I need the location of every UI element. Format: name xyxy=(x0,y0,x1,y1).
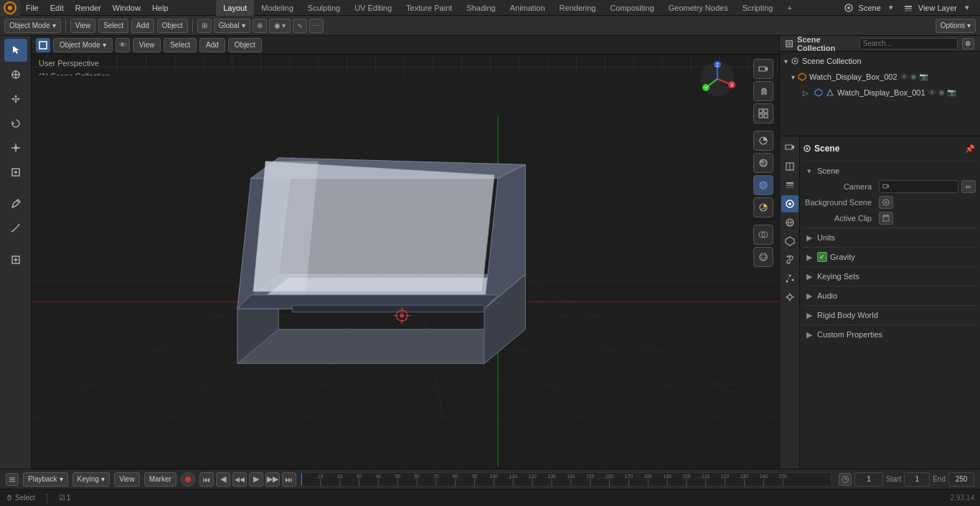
menu-window[interactable]: Window xyxy=(107,0,146,16)
viewport-canvas[interactable]: User Perspective (1) Scene Collection xyxy=(32,36,779,469)
gravity-checkbox[interactable]: ✓ xyxy=(817,252,827,262)
gravity-toggle[interactable]: ▶ xyxy=(804,252,814,262)
prop-modifier-btn[interactable] xyxy=(781,251,798,268)
prop-particles-btn[interactable] xyxy=(781,270,798,287)
viewport[interactable]: Object Mode▾ 👁 View Select Add Object Us… xyxy=(32,36,779,469)
audio-toggle[interactable]: ▶ xyxy=(804,291,814,301)
viewport-shading-btn1[interactable] xyxy=(753,131,773,151)
box001-eye[interactable]: 👁 xyxy=(928,88,936,97)
transform-pivot-btn[interactable]: ⊞ xyxy=(197,19,212,33)
prop-scene-btn[interactable] xyxy=(781,195,798,212)
graph-btn[interactable]: ⋯ xyxy=(309,19,324,33)
tab-modeling[interactable]: Modeling xyxy=(254,0,301,16)
object-menu-btn[interactable]: Object xyxy=(228,38,262,52)
outliner-item-box002[interactable]: ▾ Watch_Display_Box_002 👁 ◉ 📷 xyxy=(780,69,980,85)
prop-physics-btn[interactable] xyxy=(781,289,798,306)
outliner-filter-btn[interactable]: ⚙ xyxy=(962,38,974,50)
select-btn[interactable]: Select xyxy=(98,19,128,33)
skip-to-start-btn[interactable]: ⏮ xyxy=(199,472,214,487)
tab-shading[interactable]: Shading xyxy=(459,0,502,16)
outliner-search[interactable] xyxy=(859,38,958,50)
annotate-tool-btn[interactable] xyxy=(4,192,27,215)
current-frame-input[interactable] xyxy=(854,472,883,487)
viewport-view-icon[interactable]: 👁 xyxy=(116,38,130,52)
keying-sets-toggle[interactable]: ▶ xyxy=(804,271,814,281)
gizmo[interactable]: X Y Z xyxy=(696,57,739,100)
keying-btn[interactable]: Keying▾ xyxy=(72,472,110,487)
transform-btn[interactable]: Global ▾ xyxy=(214,19,250,33)
rigid-body-section[interactable]: ▶ Rigid Body World xyxy=(803,307,977,323)
options-btn[interactable]: Options ▾ xyxy=(936,19,976,33)
menu-file[interactable]: File xyxy=(20,0,44,16)
viewlayer-settings-icon[interactable]: ▾ xyxy=(960,1,974,15)
units-section[interactable]: ▶ Units xyxy=(803,230,977,245)
prop-output-btn[interactable] xyxy=(781,158,798,175)
camera-field[interactable] xyxy=(879,180,958,193)
start-frame-input[interactable] xyxy=(904,472,930,487)
add-menu-btn[interactable]: Add xyxy=(199,38,225,52)
tab-layout[interactable]: Layout xyxy=(216,0,254,16)
viewport-hand-btn[interactable] xyxy=(753,81,773,101)
tab-uv-editing[interactable]: UV Editing xyxy=(347,0,399,16)
props-pin-btn[interactable]: 📌 xyxy=(963,143,977,154)
tab-add[interactable]: + xyxy=(780,0,798,16)
tab-geometry-nodes[interactable]: Geometry Nodes xyxy=(661,0,735,16)
viewport-shading-btn4[interactable] xyxy=(753,197,773,217)
background-scene-btn[interactable] xyxy=(879,196,893,209)
select-menu-btn[interactable]: Select xyxy=(164,38,197,52)
timeline-menu-btn[interactable] xyxy=(6,473,19,486)
scale-tool-btn[interactable] xyxy=(4,136,27,159)
menu-render[interactable]: Render xyxy=(70,0,107,16)
tab-compositing[interactable]: Compositing xyxy=(603,0,661,16)
menu-edit[interactable]: Edit xyxy=(44,0,70,16)
tab-sculpting[interactable]: Sculpting xyxy=(301,0,347,16)
outliner-item-scene-collection[interactable]: ▾ Scene Collection xyxy=(780,53,980,69)
proportional-btn[interactable]: ◉▾ xyxy=(269,19,291,33)
mode-select-btn[interactable]: Object Mode ▾ xyxy=(4,19,61,33)
marker-btn[interactable]: Marker xyxy=(144,472,176,487)
outliner-item-box001[interactable]: ▷ Watch_Display_Box_001 👁 ◉ 📷 xyxy=(780,85,980,100)
prop-world-btn[interactable] xyxy=(781,214,798,231)
custom-props-section[interactable]: ▶ Custom Properties xyxy=(803,327,977,342)
box002-eye[interactable]: 👁 xyxy=(900,72,908,81)
object-btn[interactable]: Object xyxy=(157,19,188,33)
rigid-body-toggle[interactable]: ▶ xyxy=(804,310,814,320)
add-btn[interactable]: Add xyxy=(131,19,154,33)
tab-rendering[interactable]: Rendering xyxy=(552,0,603,16)
prop-object-btn[interactable] xyxy=(781,233,798,250)
viewport-overlay-btn[interactable] xyxy=(753,225,773,245)
prop-viewlayer-btn[interactable] xyxy=(781,177,798,194)
scene-section-toggle[interactable]: ▾ xyxy=(804,166,814,176)
viewport-cam-btn[interactable] xyxy=(753,59,773,79)
box002-render[interactable]: 📷 xyxy=(919,72,928,81)
select-tool-btn[interactable] xyxy=(4,39,27,62)
viewport-shading-btn2[interactable] xyxy=(753,153,773,173)
snap-btn[interactable]: ⊕ xyxy=(253,19,267,33)
camera-edit-btn[interactable]: ✏ xyxy=(961,180,976,193)
move-tool-btn[interactable] xyxy=(4,88,27,111)
skip-to-end-btn[interactable]: ⏭ xyxy=(282,472,296,487)
audio-section[interactable]: ▶ Audio xyxy=(803,288,977,304)
scene-icon[interactable] xyxy=(842,1,856,15)
tab-animation[interactable]: Animation xyxy=(503,0,552,16)
box002-select[interactable]: ◉ xyxy=(910,72,917,81)
tab-texture-paint[interactable]: Texture Paint xyxy=(399,0,459,16)
menu-help[interactable]: Help xyxy=(146,0,174,16)
viewlayer-icon[interactable] xyxy=(901,1,915,15)
keying-sets-section[interactable]: ▶ Keying Sets xyxy=(803,268,977,284)
play-btn[interactable]: ▶ xyxy=(249,472,263,487)
viewport-xray-btn[interactable] xyxy=(753,247,773,267)
prev-frame-btn[interactable]: ◀ xyxy=(216,472,230,487)
record-btn[interactable] xyxy=(181,472,195,487)
viewport-grid-btn[interactable] xyxy=(753,103,773,123)
add-cube-btn[interactable] xyxy=(4,248,27,271)
active-clip-btn[interactable] xyxy=(879,212,893,225)
view-tl-btn[interactable]: View xyxy=(114,472,140,487)
scene-collection-expand[interactable]: ▾ xyxy=(784,57,788,65)
custom-props-toggle[interactable]: ▶ xyxy=(804,329,814,339)
reverse-play-btn[interactable]: ◀◀ xyxy=(232,472,247,487)
view-menu-btn[interactable]: View xyxy=(133,38,161,52)
viewport-shading-btn3[interactable] xyxy=(753,175,773,195)
box001-select[interactable]: ◉ xyxy=(938,88,945,97)
prop-render-btn[interactable] xyxy=(781,139,798,156)
